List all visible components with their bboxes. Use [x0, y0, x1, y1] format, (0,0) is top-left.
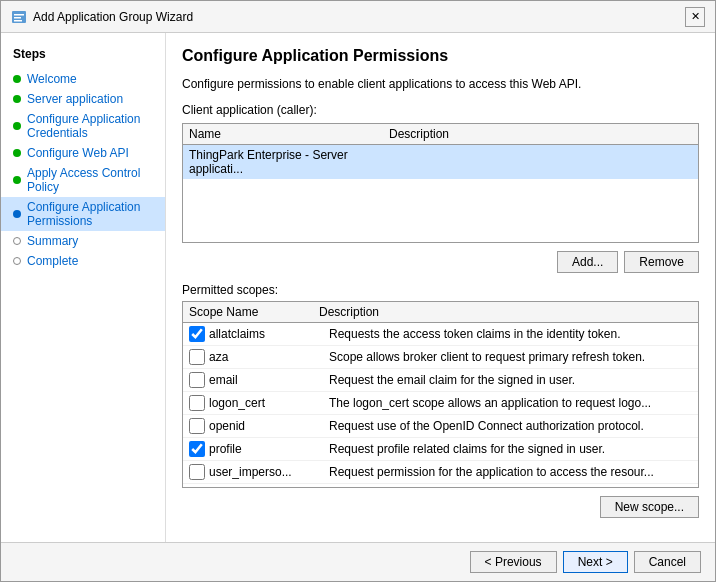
cancel-button[interactable]: Cancel: [634, 551, 701, 573]
sidebar-dot-1: [13, 95, 21, 103]
add-button[interactable]: Add...: [557, 251, 618, 273]
client-section-label: Client application (caller):: [182, 103, 699, 117]
sidebar-label-4: Apply Access Control Policy: [27, 166, 153, 194]
scopes-label: Permitted scopes:: [182, 283, 699, 297]
scopes-table: Scope Name Description allatclaimsReques…: [182, 301, 699, 488]
scope-desc-0: Requests the access token claims in the …: [329, 327, 692, 341]
sidebar-label-7: Complete: [27, 254, 78, 268]
scope-row-2[interactable]: emailRequest the email claim for the sig…: [183, 369, 698, 392]
scope-checkbox-5[interactable]: [189, 441, 205, 457]
sidebar-label-0: Welcome: [27, 72, 77, 86]
scope-name-2: email: [209, 373, 329, 387]
sidebar-item-4[interactable]: Apply Access Control Policy: [1, 163, 165, 197]
scope-row-0[interactable]: allatclaimsRequests the access token cla…: [183, 323, 698, 346]
scopes-table-header: Scope Name Description: [183, 302, 698, 323]
remove-button[interactable]: Remove: [624, 251, 699, 273]
scope-checkbox-2[interactable]: [189, 372, 205, 388]
sidebar-dot-0: [13, 75, 21, 83]
client-col-name: Name: [189, 127, 389, 141]
scope-checkbox-4[interactable]: [189, 418, 205, 434]
client-table-row[interactable]: ThingPark Enterprise - Server applicati.…: [183, 145, 698, 179]
sidebar-title: Steps: [1, 43, 165, 69]
content-area: Steps WelcomeServer applicationConfigure…: [1, 33, 715, 542]
wizard-icon: [11, 9, 27, 25]
main-content: Configure Application Permissions Config…: [166, 33, 715, 542]
sidebar-dot-5: [13, 210, 21, 218]
next-button[interactable]: Next >: [563, 551, 628, 573]
wizard-window: Add Application Group Wizard ✕ Steps Wel…: [0, 0, 716, 582]
sidebar-item-6[interactable]: Summary: [1, 231, 165, 251]
scope-name-0: allatclaims: [209, 327, 329, 341]
sidebar-dot-3: [13, 149, 21, 157]
scope-row-1[interactable]: azaScope allows broker client to request…: [183, 346, 698, 369]
scope-name-3: logon_cert: [209, 396, 329, 410]
scopes-col-desc: Description: [319, 305, 692, 319]
scope-row-6[interactable]: user_imperso...Request permission for th…: [183, 461, 698, 484]
sidebar-item-7[interactable]: Complete: [1, 251, 165, 271]
title-bar-left: Add Application Group Wizard: [11, 9, 193, 25]
sidebar-dot-6: [13, 237, 21, 245]
client-table: Name Description ThingPark Enterprise - …: [182, 123, 699, 243]
footer: < Previous Next > Cancel: [1, 542, 715, 581]
scope-row-5[interactable]: profileRequest profile related claims fo…: [183, 438, 698, 461]
scope-checkbox-0[interactable]: [189, 326, 205, 342]
sidebar-item-0[interactable]: Welcome: [1, 69, 165, 89]
svg-rect-2: [14, 17, 21, 19]
scope-desc-1: Scope allows broker client to request pr…: [329, 350, 692, 364]
scope-checkbox-3[interactable]: [189, 395, 205, 411]
scope-row-3[interactable]: logon_certThe logon_cert scope allows an…: [183, 392, 698, 415]
scope-name-1: aza: [209, 350, 329, 364]
sidebar-label-2: Configure Application Credentials: [27, 112, 153, 140]
scope-desc-3: The logon_cert scope allows an applicati…: [329, 396, 692, 410]
new-scope-button[interactable]: New scope...: [600, 496, 699, 518]
page-title: Configure Application Permissions: [182, 47, 699, 65]
client-col-desc: Description: [389, 127, 692, 141]
sidebar-dot-2: [13, 122, 21, 130]
sidebar-dot-7: [13, 257, 21, 265]
client-row-name: ThingPark Enterprise - Server applicati.…: [189, 148, 389, 176]
svg-rect-1: [14, 14, 24, 16]
description-text: Configure permissions to enable client a…: [182, 77, 699, 91]
previous-button[interactable]: < Previous: [470, 551, 557, 573]
sidebar-item-5[interactable]: Configure Application Permissions: [1, 197, 165, 231]
scope-name-4: openid: [209, 419, 329, 433]
client-buttons: Add... Remove: [182, 251, 699, 273]
scope-checkbox-1[interactable]: [189, 349, 205, 365]
sidebar-label-5: Configure Application Permissions: [27, 200, 153, 228]
sidebar-label-3: Configure Web API: [27, 146, 129, 160]
scope-checkbox-6[interactable]: [189, 464, 205, 480]
client-table-header: Name Description: [183, 124, 698, 145]
sidebar-item-2[interactable]: Configure Application Credentials: [1, 109, 165, 143]
new-scope-row: New scope...: [182, 496, 699, 518]
close-button[interactable]: ✕: [685, 7, 705, 27]
title-bar-text: Add Application Group Wizard: [33, 10, 193, 24]
sidebar-item-1[interactable]: Server application: [1, 89, 165, 109]
scope-desc-4: Request use of the OpenID Connect author…: [329, 419, 692, 433]
sidebar-label-6: Summary: [27, 234, 78, 248]
title-bar: Add Application Group Wizard ✕: [1, 1, 715, 33]
sidebar: Steps WelcomeServer applicationConfigure…: [1, 33, 166, 542]
scopes-col-name: Scope Name: [189, 305, 319, 319]
scope-desc-5: Request profile related claims for the s…: [329, 442, 692, 456]
scope-row-7[interactable]: vpn_certThe vpn_cert scope allows an app…: [183, 484, 698, 487]
sidebar-dot-4: [13, 176, 21, 184]
scope-row-4[interactable]: openidRequest use of the OpenID Connect …: [183, 415, 698, 438]
client-row-desc: [389, 148, 692, 176]
scope-desc-2: Request the email claim for the signed i…: [329, 373, 692, 387]
scopes-body: allatclaimsRequests the access token cla…: [183, 323, 698, 487]
scope-name-6: user_imperso...: [209, 465, 329, 479]
svg-rect-3: [14, 20, 22, 22]
scope-desc-6: Request permission for the application t…: [329, 465, 692, 479]
scope-name-5: profile: [209, 442, 329, 456]
sidebar-item-3[interactable]: Configure Web API: [1, 143, 165, 163]
sidebar-label-1: Server application: [27, 92, 123, 106]
